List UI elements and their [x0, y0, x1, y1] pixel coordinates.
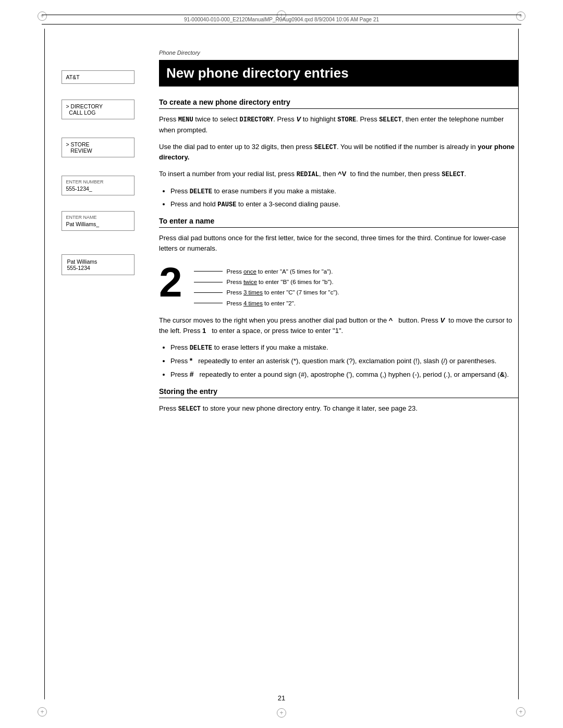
key-once: once — [243, 267, 256, 276]
phone-screen-enter-number: ENTER NUMBER 555-1234_ — [62, 176, 134, 195]
screen-enter-number-label: ENTER NUMBER — [66, 179, 130, 184]
screen-directory-value: > DIRECTORY CALL LOG — [66, 103, 103, 116]
page-title: New phone directory entries — [159, 60, 519, 87]
heading-create-entry: To create a new phone directory entry — [159, 98, 519, 109]
bullet-name-1: Press DELETE to erase letters if you mak… — [170, 342, 519, 353]
screen-enter-name-value: Pat Williams_ — [66, 221, 100, 227]
key-twice: twice — [243, 277, 257, 287]
bullet-name-2: Press * repeatedly to enter an asterisk … — [170, 355, 519, 367]
key-line-1: Press once to enter "A" (5 times for "a"… — [192, 267, 339, 276]
key-diagram: 2 Press once to enter "A" (5 times for "… — [159, 262, 519, 309]
section-storing: Storing the entry Press SELECT to store … — [159, 387, 519, 414]
bullets-create: Press DELETE to erase numbers if you mak… — [159, 186, 519, 209]
bullet-create-2: Press and hold PAUSE to enter a 3-second… — [170, 199, 519, 210]
crop-mark-br — [516, 707, 525, 717]
screen-enter-name-label: ENTER NAME — [66, 215, 130, 220]
crop-mark-cb — [277, 708, 286, 718]
phone-screen-directory: > DIRECTORY CALL LOG — [62, 100, 134, 119]
header-bar: 91-000040-010-000_E2120ManualMP_R0Aug090… — [42, 15, 521, 24]
bullet-name-3: Press # repeatedly to enter a pound sign… — [170, 369, 519, 380]
screen-enter-number-value: 555-1234_ — [66, 186, 92, 192]
screen-stored-value: Pat Williams555-1234 — [67, 258, 97, 271]
crop-mark-bl — [38, 707, 47, 717]
key-line-2: Press twice to enter "B" (6 times for "b… — [192, 277, 339, 287]
phone-screen-store: > STORE REVIEW — [62, 138, 134, 157]
bullets-name: Press DELETE to erase letters if you mak… — [159, 342, 519, 380]
header-text: 91-000040-010-000_E2120ManualMP_R0Aug090… — [184, 17, 379, 22]
screen-store-value: > STORE REVIEW — [66, 141, 92, 154]
phone-screen-stored: Pat Williams555-1234 — [62, 254, 134, 275]
heading-storing: Storing the entry — [159, 387, 519, 398]
left-panel: AT&T > DIRECTORY CALL LOG > STORE REVIEW… — [55, 50, 141, 275]
para-name-1: Press dial pad buttons once for the firs… — [159, 233, 519, 254]
key-lines: Press once to enter "A" (5 times for "a"… — [192, 267, 339, 309]
para-storing-1: Press SELECT to store your new phone dir… — [159, 403, 519, 414]
section-create-entry: To create a new phone directory entry Pr… — [159, 98, 519, 209]
para-name-2: The cursor moves to the right when you p… — [159, 315, 519, 336]
bullet-create-1: Press DELETE to erase numbers if you mak… — [170, 186, 519, 197]
line-dash-4 — [194, 303, 223, 303]
heading-enter-name: To enter a name — [159, 217, 519, 228]
key-4times: 4 times — [243, 299, 263, 308]
right-panel: Phone Directory New phone directory entr… — [159, 50, 519, 421]
section-enter-name: To enter a name Press dial pad buttons o… — [159, 217, 519, 380]
screen-att-value: AT&T — [66, 74, 80, 80]
key-line-3: Press 3 times to enter "C" (7 times for … — [192, 288, 339, 297]
para-create-3: To insert a number from your redial list… — [159, 169, 519, 180]
page-number: 21 — [278, 694, 285, 702]
phone-screen-enter-name: ENTER NAME Pat Williams_ — [62, 211, 134, 231]
para-create-1: Press MENU twice to select DIRECTORY. Pr… — [159, 114, 519, 135]
line-dash-1 — [194, 271, 223, 272]
key-line-4: Press 4 times to enter "2". — [192, 299, 339, 308]
phone-screen-att: AT&T — [62, 70, 134, 84]
line-dash-3 — [194, 292, 223, 293]
edge-line-left — [44, 29, 45, 699]
para-create-2: Use the dial pad to enter up to 32 digit… — [159, 142, 519, 163]
section-label: Phone Directory — [159, 50, 519, 56]
line-dash-2 — [194, 282, 223, 282]
key-3times: 3 times — [243, 288, 263, 297]
key-big-2: 2 — [159, 262, 182, 303]
